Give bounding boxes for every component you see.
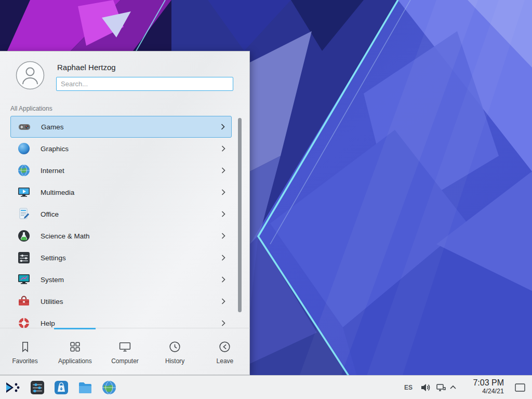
system-icon [17,273,31,286]
network-tray-item[interactable] [435,382,447,393]
category-item-utilities[interactable]: Utilities [10,290,232,312]
application-launcher-icon [4,379,21,396]
tab-computer[interactable]: Computer [100,328,150,376]
category-label: Settings [41,254,221,262]
utilities-icon [17,295,31,308]
tab-applications[interactable]: Applications [50,328,100,376]
category-item-office[interactable]: Office [10,203,232,225]
discover-icon [53,379,70,396]
category-item-graphics[interactable]: Graphics [10,138,232,159]
category-item-multimedia[interactable]: Multimedia [10,181,232,203]
category-label: System [41,276,221,284]
settings-toggles-launcher[interactable] [29,379,46,396]
category-item-games[interactable]: Games [10,116,232,138]
submenu-arrow-icon [221,233,225,239]
digital-clock[interactable]: 7:03 PM 4/24/21 [459,378,504,395]
tab-history[interactable]: History [150,328,200,376]
search-input[interactable] [56,77,233,91]
graphics-icon [17,142,31,155]
submenu-arrow-icon [221,276,225,283]
tab-leave[interactable]: Leave [200,328,250,376]
network-icon [435,382,447,393]
scrollbar-thumb[interactable] [238,118,242,312]
user-avatar-icon [16,61,45,90]
tab-label: Favorites [12,357,37,365]
tab-label: Computer [111,357,139,365]
submenu-arrow-icon [221,255,225,261]
science-icon [17,229,31,243]
category-list: Games Graphics Internet [0,115,250,328]
category-label: Utilities [41,298,221,305]
category-label: Games [41,123,221,131]
taskbar: ES 7:03 PM 4/24/21 [0,375,532,399]
submenu-arrow-icon [221,298,225,304]
submenu-arrow-icon [221,145,225,152]
category-label: Graphics [41,145,221,153]
submenu-arrow-icon [221,167,225,174]
category-label: Help [41,320,221,327]
desktop: Raphael Hertzog All Applications Games G… [0,0,532,399]
category-item-help[interactable]: Help [10,312,232,328]
clock-time: 7:03 PM [459,378,504,388]
tab-label: Leave [217,357,234,365]
submenu-arrow-icon [221,211,225,217]
discover-launcher[interactable] [53,379,70,396]
web-browser-launcher[interactable] [101,379,117,396]
applications-icon [68,340,82,354]
computer-icon [118,340,132,354]
category-label: Multimedia [41,189,221,196]
category-label: Office [41,210,221,218]
category-label: Science & Math [41,232,221,240]
settings-icon [17,251,31,264]
volume-tray-item[interactable] [420,382,431,393]
multimedia-icon [17,185,31,199]
application-launcher-button[interactable] [4,379,21,396]
history-icon [168,340,182,354]
settings-toggles-icon [29,379,46,396]
submenu-arrow-icon [221,124,225,130]
category-item-science-math[interactable]: Science & Math [10,225,232,247]
file-manager-launcher[interactable] [77,379,94,396]
volume-icon [420,382,431,393]
show-desktop-icon [515,383,525,392]
category-item-system[interactable]: System [10,269,232,290]
web-browser-icon [101,379,117,396]
tab-label: History [165,357,184,365]
expand-tray-button[interactable] [449,383,457,392]
games-icon [18,120,31,134]
expand-tray-icon [449,383,457,392]
category-label: Internet [41,167,221,175]
user-name: Raphael Hertzog [57,63,116,72]
help-icon [17,316,31,328]
show-desktop-button[interactable] [512,376,528,399]
launcher-tabbar: Favorites Applications Computer History … [0,328,250,376]
category-item-internet[interactable]: Internet [10,159,232,181]
submenu-arrow-icon [221,320,225,326]
internet-icon [17,164,31,177]
tab-favorites[interactable]: Favorites [0,328,50,376]
keyboard-layout-indicator[interactable]: ES [404,376,413,399]
leave-icon [218,340,232,354]
favorites-icon [18,340,32,354]
application-launcher-menu: Raphael Hertzog All Applications Games G… [0,51,250,375]
clock-date: 4/24/21 [459,388,504,395]
file-manager-icon [77,379,94,396]
tab-label: Applications [58,357,92,365]
category-item-settings[interactable]: Settings [10,247,232,269]
section-label: All Applications [10,105,52,112]
office-icon [17,207,31,221]
submenu-arrow-icon [221,189,225,195]
user-avatar[interactable] [16,61,45,90]
